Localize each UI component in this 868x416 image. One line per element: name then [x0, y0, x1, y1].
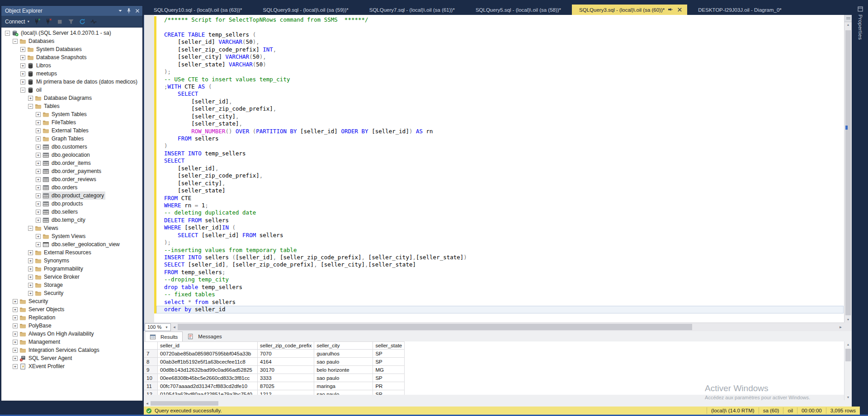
- tree-item-dbo-orders[interactable]: +dbo.orders: [1, 183, 142, 192]
- code-line-20[interactable]: SELECT: [156, 157, 844, 164]
- scroll-up-arrow[interactable]: ▲: [844, 23, 852, 26]
- result-cell[interactable]: 00d8b143d12632bad99c0ad66ad52825: [158, 366, 258, 374]
- tree-item-polybase[interactable]: +PolyBase: [1, 322, 142, 330]
- code-line-17[interactable]: FROM sellers: [156, 135, 844, 142]
- expand-icon[interactable]: +: [36, 177, 41, 182]
- results-tab-messages[interactable]: Messages: [183, 332, 226, 341]
- expand-icon[interactable]: +: [36, 128, 41, 133]
- expand-icon[interactable]: +: [28, 283, 33, 288]
- pin-icon[interactable]: [668, 7, 673, 13]
- code-line-31[interactable]: );: [156, 239, 844, 246]
- code-line-26[interactable]: WHERE rn = 1;: [156, 202, 844, 209]
- result-cell[interactable]: SP: [373, 374, 405, 382]
- result-cell[interactable]: sao paulo: [314, 374, 373, 382]
- expand-icon[interactable]: +: [36, 161, 41, 166]
- tree-item-dbo-geolocation[interactable]: +dbo.geolocation: [1, 151, 142, 159]
- code-line-29[interactable]: WHERE [seller_id]IN (: [156, 224, 844, 231]
- tree-item-databases[interactable]: −Databases: [1, 37, 142, 45]
- tree-item-graph-tables[interactable]: +Graph Tables: [1, 135, 142, 143]
- filter-button[interactable]: [67, 18, 75, 25]
- result-cell[interactable]: SP: [373, 358, 405, 366]
- code-line-39[interactable]: select * from sellers: [156, 299, 844, 306]
- pin-icon[interactable]: [127, 8, 131, 14]
- close-icon[interactable]: [135, 9, 140, 13]
- tree-item-external-tables[interactable]: +External Tables: [1, 126, 142, 135]
- result-cell[interactable]: sao paulo: [314, 390, 373, 395]
- code-line-23[interactable]: [seller_city],: [156, 180, 844, 187]
- disconnect-plug-button[interactable]: [45, 18, 52, 25]
- tree-item-replication[interactable]: +Replication: [1, 313, 142, 322]
- expand-icon[interactable]: +: [20, 63, 25, 68]
- tree-item-database-diagrams[interactable]: +Database Diagrams: [1, 94, 142, 102]
- expand-icon[interactable]: +: [13, 348, 18, 353]
- tree-item-filetables[interactable]: +FileTables: [1, 118, 142, 126]
- result-cell[interactable]: 7070: [258, 350, 314, 358]
- query-editor[interactable]: /****** Script for SelectTopNRows comman…: [144, 15, 852, 331]
- code-line-40[interactable]: order by seller_id: [156, 306, 844, 313]
- tree-item-system-tables[interactable]: +System Tables: [1, 110, 142, 118]
- expand-icon[interactable]: +: [36, 218, 41, 223]
- expand-icon[interactable]: +: [20, 47, 25, 52]
- code-line-32[interactable]: --inserting values from temporary table: [156, 247, 844, 254]
- code-line-35[interactable]: FROM temp_sellers;: [156, 269, 844, 276]
- result-cell[interactable]: maringa: [314, 382, 373, 390]
- result-cell[interactable]: 3333: [258, 374, 314, 382]
- code-line-38[interactable]: -- fixed tables: [156, 291, 844, 298]
- tree-item-service-broker[interactable]: +Service Broker: [1, 273, 142, 281]
- code-line-22[interactable]: [seller_zip_code_prefix],: [156, 172, 844, 179]
- result-cell[interactable]: belo horizonte: [314, 366, 373, 374]
- connect-plug-button[interactable]: [33, 18, 41, 25]
- tab-sqlquery7-sql[interactable]: SQLQuery7.sql - (local)\.oil (sa (61))*: [359, 5, 465, 15]
- result-cell[interactable]: SP: [373, 350, 405, 358]
- tree-item-management[interactable]: +Management: [1, 338, 142, 346]
- code-line-24[interactable]: [seller_state]: [156, 187, 844, 194]
- expand-icon[interactable]: +: [13, 332, 18, 337]
- expand-icon[interactable]: +: [20, 71, 25, 76]
- expand-icon[interactable]: +: [28, 96, 33, 101]
- code-line-14[interactable]: [seller_city],: [156, 113, 844, 120]
- code-line-21[interactable]: [seller_id],: [156, 165, 844, 172]
- row-number[interactable]: 11: [144, 382, 158, 390]
- code-area[interactable]: /****** Script for SelectTopNRows comman…: [156, 16, 844, 323]
- tree-item-dbo-product-category[interactable]: +dbo.product_category: [1, 192, 142, 200]
- result-cell[interactable]: 87025: [258, 382, 314, 390]
- code-line-9[interactable]: -- USe CTE to insert values temp_city: [156, 76, 844, 83]
- code-line-8[interactable]: );: [156, 68, 844, 75]
- stop-button[interactable]: [56, 18, 63, 25]
- result-cell[interactable]: 1212: [258, 390, 314, 395]
- result-cell[interactable]: 30170: [258, 366, 314, 374]
- tab-sqlquery5-sql[interactable]: SQLQuery5.sql - (local)\.oil (sa (58))*: [466, 5, 571, 15]
- expand-icon[interactable]: +: [36, 169, 41, 174]
- expand-icon[interactable]: +: [13, 323, 18, 328]
- row-number[interactable]: 9: [144, 366, 158, 374]
- expand-icon[interactable]: +: [36, 201, 41, 206]
- tree-item-tables[interactable]: −Tables: [1, 102, 142, 110]
- results-horizontal-scrollbar[interactable]: ◄: [144, 400, 844, 407]
- expand-icon[interactable]: +: [20, 79, 25, 84]
- tree-item-dbo-products[interactable]: +dbo.products: [1, 200, 142, 208]
- column-header-seller-city[interactable]: seller_city: [314, 342, 373, 350]
- expand-icon[interactable]: +: [13, 299, 18, 304]
- tree-item-external-resources[interactable]: +External Resources: [1, 248, 142, 257]
- tree-item-meetups[interactable]: +meetups: [1, 70, 142, 78]
- code-line-6[interactable]: [seller_city] VARCHAR(50),: [156, 53, 844, 61]
- result-cell[interactable]: 00fc707aaaad2d31347cf883cd2dfe10: [158, 382, 258, 390]
- editor-selection-margin[interactable]: [144, 15, 154, 323]
- expand-icon[interactable]: +: [28, 291, 33, 296]
- hscroll-right-arrow[interactable]: ►: [837, 325, 844, 329]
- row-number[interactable]: 10: [144, 374, 158, 382]
- results-vertical-scrollbar[interactable]: ▲ ▼: [844, 341, 852, 400]
- tree-item-dbo-customers[interactable]: +dbo.customers: [1, 143, 142, 151]
- result-cell[interactable]: guarulhos: [314, 350, 373, 358]
- tree-item-security[interactable]: +Security: [1, 297, 142, 305]
- scroll-thumb[interactable]: [845, 30, 851, 315]
- tree-item-dbo-seller-geolocation-view[interactable]: +dbo.seller_geolocation_view: [1, 240, 142, 248]
- expand-icon[interactable]: +: [28, 275, 33, 280]
- tree-item-views[interactable]: −Views: [1, 224, 142, 232]
- code-line-15[interactable]: [seller_state],: [156, 120, 844, 127]
- code-line-1[interactable]: /****** Script for SelectTopNRows comman…: [156, 16, 844, 23]
- tree-item-xevent-profiler[interactable]: +XEvent Profiler: [1, 362, 142, 370]
- expand-icon[interactable]: +: [36, 210, 41, 215]
- expand-icon[interactable]: +: [36, 193, 41, 198]
- column-header-seller-id[interactable]: seller_id: [158, 342, 258, 350]
